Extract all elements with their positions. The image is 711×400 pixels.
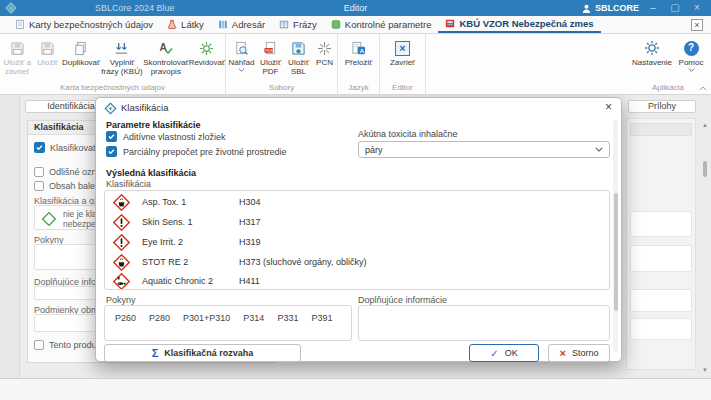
- translate-button[interactable]: A Přeložiť: [340, 37, 378, 67]
- tab-substances[interactable]: Látky: [160, 16, 211, 33]
- tab-control-parameters[interactable]: Kontrolné parametre: [324, 16, 439, 33]
- scrollbar-thumb[interactable]: [703, 161, 707, 177]
- save-sbl-button[interactable]: Uložiť SBL: [285, 37, 313, 76]
- p-code-item[interactable]: P280: [149, 313, 170, 340]
- duplicate-button[interactable]: Duplikovať: [61, 37, 101, 67]
- ok-button[interactable]: ✓ OK: [469, 344, 539, 362]
- module-tab-bar: Karty bezpečnostných údajov Látky Adresá…: [0, 16, 711, 34]
- window-title: Editor: [344, 3, 368, 13]
- scroll-up-icon[interactable]: ▲: [702, 122, 708, 128]
- dialog-scrollbar[interactable]: [613, 120, 618, 352]
- close-editor-button[interactable]: × Zavrieť: [383, 37, 423, 67]
- classification-row[interactable]: Skin Sens. 1 H317: [105, 212, 609, 232]
- additional-info-textarea[interactable]: [358, 305, 610, 341]
- save-pdf-button[interactable]: PDF Uložiť PDF: [257, 37, 285, 76]
- maximize-button[interactable]: ▢: [667, 1, 683, 15]
- status-bar: [0, 378, 711, 400]
- ribbon-group-label: Jazyk: [338, 81, 379, 94]
- p-codes-box: P260 P280 P301+P310 P314 P331 P391: [104, 305, 352, 341]
- translate-icon: A: [351, 39, 366, 57]
- spellcheck-button[interactable]: A Skontrolovať pravopis: [143, 37, 189, 76]
- checked-checkbox-icon: [34, 142, 45, 153]
- tab-safety-data-sheets[interactable]: Karty bezpečnostných údajov: [8, 16, 160, 33]
- revise-gear-icon: [199, 39, 214, 57]
- ribbon-group-label: Karta bezpečnostných údajov: [0, 81, 225, 94]
- p-code-item[interactable]: P314: [243, 313, 264, 340]
- attachment-field[interactable]: [630, 245, 692, 272]
- p-code-item[interactable]: P260: [115, 313, 136, 340]
- user-icon: [582, 4, 591, 13]
- ribbon-group-sds: Uložiť a zavrieť Uložiť Duplikovať Vypln…: [0, 34, 226, 94]
- attachments-section-button[interactable]: Prílohy: [628, 100, 696, 113]
- parameters-heading: Parametre klasifikácie: [106, 120, 201, 130]
- title-bar: SBLCore 2024 Blue Editor SBLCORE – ▢ ×: [0, 0, 711, 16]
- p-code-item[interactable]: P391: [311, 313, 332, 340]
- green-diamond-icon: [41, 211, 57, 227]
- tab-address-book[interactable]: Adresár: [211, 16, 272, 33]
- classification-dialog: Klasifikácia × Parametre klasifikácie Ad…: [95, 97, 622, 362]
- classification-row[interactable]: Aquatic Chronic 2 H411: [105, 271, 609, 290]
- help-icon: ?: [684, 39, 699, 57]
- preview-button[interactable]: Náhľad: [227, 37, 257, 72]
- svg-text:PDF: PDF: [265, 47, 273, 52]
- ribbon-group-files: Náhľad PDF Uložiť PDF Uložiť SBL PCN Súb…: [226, 34, 338, 94]
- classification-row[interactable]: STOT RE 2 H373 (sluchové orgány, obličky…: [105, 252, 609, 272]
- window-scrollbar[interactable]: ▲ ▼: [700, 95, 711, 378]
- ghs09-environment-pictogram: [113, 273, 130, 290]
- classification-row[interactable]: Asp. Tox. 1 H304: [105, 192, 609, 212]
- fill-phrases-button[interactable]: Vyplniť frázy (KBÚ): [101, 37, 143, 76]
- starburst-icon: [317, 39, 332, 57]
- additional-info-label: Doplňujúce informácie: [358, 295, 447, 305]
- fill-phrases-icon: [114, 39, 129, 57]
- save-icon: [40, 39, 55, 57]
- tab-close-button[interactable]: ×: [691, 19, 703, 31]
- attachment-field[interactable]: [630, 289, 692, 312]
- cross-icon: ×: [560, 347, 566, 359]
- settings-button[interactable]: Nastavenie: [629, 37, 675, 67]
- dialog-title: Klasifikácia: [121, 102, 169, 113]
- ribbon-collapse-icon[interactable]: [699, 86, 707, 91]
- ghs07-exclamation-pictogram: [113, 234, 130, 251]
- scroll-down-icon[interactable]: ▼: [702, 367, 708, 373]
- ribbon-group-editor: × Zavrieť Editor: [380, 34, 426, 94]
- ghs08-health-hazard-pictogram: [113, 254, 130, 271]
- p-code-item[interactable]: P301+P310: [183, 313, 230, 340]
- attachments-panel: [626, 118, 696, 370]
- checked-checkbox-icon: [106, 131, 117, 142]
- pcn-button[interactable]: PCN: [313, 37, 337, 67]
- ribbon: Uložiť a zavrieť Uložiť Duplikovať Vypln…: [0, 34, 711, 95]
- duplicate-icon: [73, 39, 88, 57]
- app-logo-icon: [5, 2, 16, 13]
- save-and-close-button[interactable]: Uložiť a zavrieť: [0, 37, 34, 76]
- check-icon: ✓: [490, 348, 498, 359]
- spellcheck-icon: A: [158, 39, 174, 57]
- classification-row[interactable]: Eye Irrit. 2 H319: [105, 232, 609, 252]
- ghs07-exclamation-pictogram: [113, 214, 130, 231]
- result-heading: Výsledná klasifikácia: [106, 168, 196, 178]
- dialog-logo-icon: [104, 102, 117, 115]
- dialog-close-button[interactable]: ×: [605, 100, 612, 114]
- partial-recalc-checkbox[interactable]: Parciálny prepočet pre životné prostredi…: [106, 146, 287, 157]
- minimize-button[interactable]: –: [645, 1, 661, 15]
- acute-toxicity-label: Akútna toxicita inhalačne: [358, 129, 458, 139]
- account-button[interactable]: SBLCORE: [582, 3, 639, 13]
- attachment-field[interactable]: [630, 211, 692, 237]
- cancel-button[interactable]: × Storno: [548, 344, 610, 362]
- tab-document-kbu-vzor[interactable]: KBÚ VZOR Nebezpečná zmes: [438, 16, 600, 33]
- book-icon: [279, 19, 289, 30]
- app-title: SBLCore 2024 Blue: [95, 3, 175, 13]
- chevron-down-icon: [688, 68, 695, 72]
- p-code-item[interactable]: P331: [277, 313, 298, 340]
- tab-phrases[interactable]: Frázy: [272, 16, 324, 33]
- save-button[interactable]: Uložiť: [34, 37, 61, 67]
- help-button[interactable]: ? Pomoc: [675, 37, 707, 72]
- dialog-scrollbar-thumb[interactable]: [614, 193, 618, 311]
- attachment-field[interactable]: [630, 318, 692, 340]
- classification-balance-button[interactable]: Σ Klasifikačná rozvaha: [104, 344, 301, 362]
- additive-properties-checkbox[interactable]: Aditívne vlastnosti zložiek: [106, 131, 226, 142]
- revise-button[interactable]: Revidovať: [189, 37, 225, 67]
- close-button[interactable]: ×: [689, 1, 705, 15]
- editor-content: Identifikácia Prílohy Klasifikácia Klasi…: [0, 95, 711, 378]
- acute-toxicity-select[interactable]: páry: [358, 141, 610, 158]
- chevron-down-icon: [595, 147, 603, 152]
